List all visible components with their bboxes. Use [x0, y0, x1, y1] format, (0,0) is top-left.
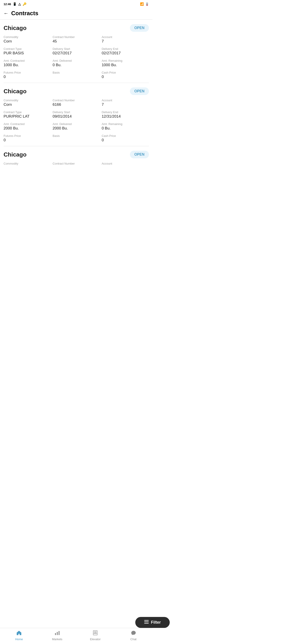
field-value: 7 — [102, 102, 149, 107]
field-commodity: Commodity Corn — [4, 35, 51, 44]
field-label: Amt. Contracted — [4, 59, 51, 62]
field-commodity: Commodity Corn — [4, 98, 51, 107]
field-amt-delivered: Amt. Delivered 2000 Bu. — [52, 122, 100, 130]
field-delivery-start: Delivery Start 02/27/2017 — [52, 47, 100, 56]
location-name: Chicago — [4, 24, 26, 32]
field-label: Amt. Remaining — [102, 122, 149, 126]
field-futures-price: Futures Price 0 — [4, 134, 51, 142]
field-label: Futures Price — [4, 71, 51, 74]
field-contract-number: Contract Number 45 — [52, 35, 100, 44]
field-label: Basis — [52, 71, 100, 74]
field-value: 0 — [4, 138, 51, 142]
field-value: 2000 Bu. — [4, 126, 51, 130]
field-label: Account — [102, 35, 149, 39]
field-value: Corn — [4, 39, 51, 44]
battery-icon: 🪫 — [145, 2, 149, 6]
field-amt-contracted: Amt. Contracted 1000 Bu. — [4, 59, 51, 67]
field-value: 09/01/2014 — [52, 114, 100, 119]
contract-card: Chicago OPEN Commodity Corn Contract Num… — [4, 20, 149, 83]
field-commodity: Commodity — [4, 162, 51, 166]
field-label: Commodity — [4, 98, 51, 102]
field-basis: Basis — [52, 134, 100, 142]
field-label: Commodity — [4, 35, 51, 39]
field-account: Account 7 — [102, 35, 149, 44]
field-amt-delivered: Amt. Delivered 0 Bu. — [52, 59, 100, 67]
field-label: Futures Price — [4, 134, 51, 138]
field-label: Delivery Start — [52, 47, 100, 50]
field-label: Amt. Remaining — [102, 59, 149, 62]
status-left: 12:46 📱 △ 🔑 — [4, 2, 26, 6]
field-account: Account — [102, 162, 149, 166]
field-value: 02/27/2017 — [52, 51, 100, 56]
field-contract-type: Contract Type PUR/PRIC LAT — [4, 110, 51, 119]
field-delivery-end: Delivery End 12/31/2014 — [102, 110, 149, 119]
field-value: 45 — [52, 39, 100, 44]
field-label: Delivery Start — [52, 110, 100, 114]
field-value: PUR/PRIC LAT — [4, 114, 51, 119]
field-delivery-start: Delivery Start 09/01/2014 — [52, 110, 100, 119]
status-badge: OPEN — [130, 88, 149, 95]
field-account: Account 7 — [102, 98, 149, 107]
contracts-list: Chicago OPEN Commodity Corn Contract Num… — [0, 20, 152, 187]
field-cash-price: Cash Price 0 — [102, 71, 149, 79]
status-right: 📶 🪫 — [140, 2, 149, 6]
field-label: Amt. Delivered — [52, 122, 100, 126]
field-label: Contract Number — [52, 35, 100, 39]
back-button[interactable]: ← — [4, 10, 8, 16]
field-cash-price: Cash Price 0 — [102, 134, 149, 142]
field-amt-contracted: Amt. Contracted 2000 Bu. — [4, 122, 51, 130]
field-label: Contract Number — [52, 98, 100, 102]
field-label: Account — [102, 162, 149, 165]
field-label: Cash Price — [102, 71, 149, 74]
key-icon: 🔑 — [22, 2, 26, 6]
field-value: 12/31/2014 — [102, 114, 149, 119]
page-title: Contracts — [11, 10, 38, 17]
field-value: 0 — [4, 75, 51, 79]
field-value: 1000 Bu. — [4, 63, 51, 67]
status-badge: OPEN — [130, 24, 149, 32]
fields-grid: Commodity Contract Number Account — [4, 162, 149, 166]
contract-card: Chicago OPEN Commodity Corn Contract Num… — [4, 83, 149, 146]
sim-icon: 📱 — [13, 2, 16, 6]
field-value: 0 — [102, 75, 149, 79]
avira-icon: △ — [18, 2, 21, 6]
field-value: 0 Bu. — [102, 126, 149, 130]
field-amt-remaining: Amt. Remaining 1000 Bu. — [102, 59, 149, 67]
field-value: 2000 Bu. — [52, 126, 100, 130]
field-label: Contract Type — [4, 47, 51, 50]
field-value: 0 — [102, 138, 149, 142]
wifi-icon: 📶 — [140, 2, 144, 6]
field-contract-number: Contract Number 6166 — [52, 98, 100, 107]
contract-header: Chicago OPEN — [4, 88, 149, 95]
field-value: 0 Bu. — [52, 63, 100, 67]
field-label: Cash Price — [102, 134, 149, 138]
field-value: 1000 Bu. — [102, 63, 149, 67]
contract-header: Chicago OPEN — [4, 24, 149, 32]
location-name: Chicago — [4, 88, 26, 95]
field-label: Amt. Contracted — [4, 122, 51, 126]
field-contract-type: Contract Type PUR BASIS — [4, 47, 51, 56]
field-futures-price: Futures Price 0 — [4, 71, 51, 79]
field-contract-number: Contract Number — [52, 162, 100, 166]
field-label: Basis — [52, 134, 100, 138]
field-value: PUR BASIS — [4, 51, 51, 56]
field-delivery-end: Delivery End 02/27/2017 — [102, 47, 149, 56]
field-label: Delivery End — [102, 47, 149, 50]
contract-header: Chicago OPEN — [4, 151, 149, 158]
field-label: Contract Number — [52, 162, 100, 165]
header: ← Contracts — [0, 8, 152, 20]
field-value: 7 — [102, 39, 149, 44]
field-amt-remaining: Amt. Remaining 0 Bu. — [102, 122, 149, 130]
field-basis: Basis — [52, 71, 100, 79]
status-time: 12:46 — [4, 2, 11, 6]
field-label: Commodity — [4, 162, 51, 165]
status-badge: OPEN — [130, 151, 149, 158]
field-label: Account — [102, 98, 149, 102]
contract-card: Chicago OPEN Commodity Contract Number A… — [4, 146, 149, 169]
field-label: Delivery End — [102, 110, 149, 114]
status-bar: 12:46 📱 △ 🔑 📶 🪫 — [0, 0, 152, 8]
location-name: Chicago — [4, 151, 26, 158]
fields-grid: Commodity Corn Contract Number 6166 Acco… — [4, 98, 149, 142]
field-value: Corn — [4, 102, 51, 107]
fields-grid: Commodity Corn Contract Number 45 Accoun… — [4, 35, 149, 79]
